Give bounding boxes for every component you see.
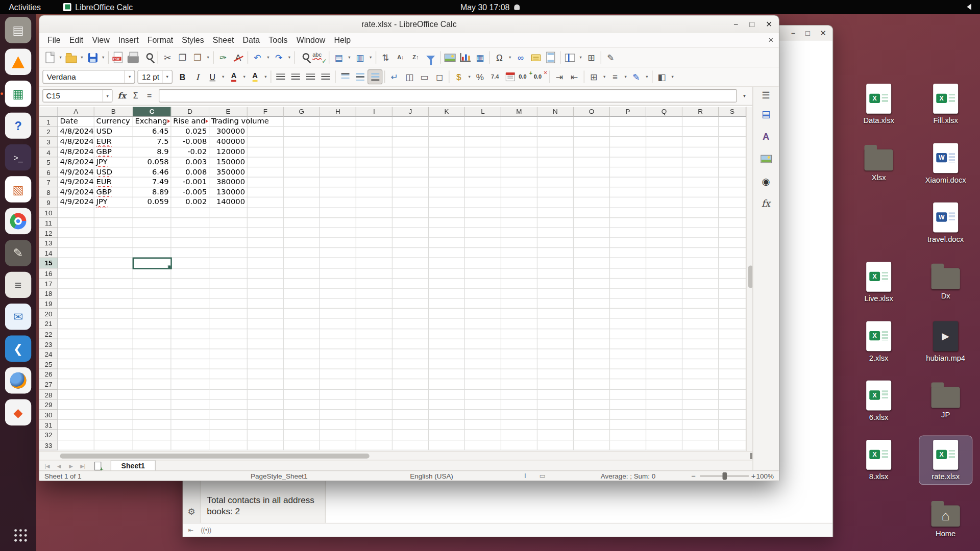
cell-P15[interactable] [610,258,646,268]
cell-F22[interactable] [248,329,284,339]
column-header-E[interactable]: E [209,107,248,117]
cell-M31[interactable] [501,420,537,430]
cell-S22[interactable] [719,329,746,339]
column-header-N[interactable]: N [537,107,574,117]
cell-R9[interactable] [682,197,719,208]
cell-R28[interactable] [682,390,719,400]
cell-B26[interactable] [94,369,133,380]
cell-N32[interactable] [537,430,574,440]
cell-Q5[interactable] [646,157,682,167]
cell-Q20[interactable] [646,309,682,319]
cell-N21[interactable] [537,319,574,329]
cell-C2[interactable]: 6.45 [133,127,172,137]
cell-O31[interactable] [574,420,610,430]
cell-O7[interactable] [574,178,610,188]
menu-help[interactable]: Help [330,33,355,47]
insert-pivot-table-button[interactable]: ▦ [473,50,487,65]
cell-R16[interactable] [682,268,719,279]
highlighting-color-button[interactable]: A [248,69,262,84]
cell-J25[interactable] [393,359,429,369]
freeze-rows-and-columns-button[interactable] [562,50,577,65]
cell-C33[interactable] [133,440,172,450]
cell-R27[interactable] [682,380,719,390]
cell-E31[interactable] [209,420,248,430]
cell-D8[interactable]: -0.005 [172,188,210,198]
column-header-Q[interactable]: Q [646,107,682,117]
cell-M3[interactable] [501,137,537,147]
cell-G12[interactable] [284,228,320,238]
row-header-23[interactable]: 23 [39,339,58,349]
cell-H20[interactable] [320,309,356,319]
cell-O32[interactable] [574,430,610,440]
desktop-icon-8-xlsx[interactable]: X8.xlsx [852,436,905,484]
cell-C16[interactable] [133,268,172,279]
insert-image-button[interactable] [443,50,457,65]
cell-K27[interactable] [429,380,465,390]
cell-J29[interactable] [393,399,429,410]
find-and-replace-button[interactable] [297,50,312,65]
cell-N22[interactable] [537,329,574,339]
cell-P30[interactable] [610,410,646,420]
cell-N26[interactable] [537,369,574,380]
cell-F32[interactable] [248,430,284,440]
cell-G21[interactable] [284,319,320,329]
cell-S4[interactable] [719,147,746,157]
cell-F4[interactable] [248,147,284,157]
desktop-icon-dx[interactable]: Dx [919,258,972,304]
cell-Q23[interactable] [646,339,682,349]
cell-N33[interactable] [537,440,574,450]
cell-F9[interactable] [248,197,284,208]
cell-J5[interactable] [393,157,429,167]
cell-E14[interactable] [209,248,248,258]
cell-K31[interactable] [429,420,465,430]
cell-E15[interactable] [209,258,248,268]
cell-J16[interactable] [393,268,429,279]
cell-G31[interactable] [284,420,320,430]
cell-S28[interactable] [719,390,746,400]
cell-K6[interactable] [429,167,465,178]
cell-C12[interactable] [133,228,172,238]
dock-files[interactable]: ▤ [5,17,31,43]
merge-cells-button[interactable]: ▭ [417,69,432,84]
cell-A26[interactable] [58,369,94,380]
cell-I16[interactable] [356,268,393,279]
cell-J32[interactable] [393,430,429,440]
cell-A9[interactable]: 4/9/2024 [58,197,94,208]
cell-M33[interactable] [501,440,537,450]
menu-styles[interactable]: Styles [178,33,208,47]
cell-A11[interactable] [58,218,94,228]
dock-terminal[interactable]: >_ [5,144,31,170]
underline-dropdown[interactable]: ▾ [220,69,226,84]
desktop-icon-xlsx[interactable]: Xlsx [852,139,905,185]
cell-N23[interactable] [537,339,574,349]
cell-Q21[interactable] [646,319,682,329]
cell-S2[interactable] [719,127,746,137]
cell-J10[interactable] [393,208,429,218]
cell-E27[interactable] [209,380,248,390]
delete-decimal-place-button[interactable] [532,69,547,84]
row-header-12[interactable]: 12 [39,228,58,238]
headers-and-footers-button[interactable] [543,50,558,65]
cell-E23[interactable] [209,339,248,349]
cell-C20[interactable] [133,309,172,319]
cell-L10[interactable] [465,208,501,218]
cell-M13[interactable] [501,238,537,248]
cell-A21[interactable] [58,319,94,329]
cell-I8[interactable] [356,188,393,198]
borders-dropdown[interactable]: ▾ [601,69,607,84]
cell-M26[interactable] [501,369,537,380]
cell-L23[interactable] [465,339,501,349]
cell-Q16[interactable] [646,268,682,279]
cell-N18[interactable] [537,289,574,299]
cell-Q28[interactable] [646,390,682,400]
row-header-30[interactable]: 30 [39,410,58,420]
selection-mode-indicator[interactable]: ▭ [540,471,546,480]
cell-K29[interactable] [429,399,465,410]
cell-D10[interactable] [172,208,210,218]
cell-Q11[interactable] [646,218,682,228]
cell-D9[interactable]: 0.002 [172,197,210,208]
cell-E11[interactable] [209,218,248,228]
cell-B25[interactable] [94,359,133,369]
cell-G10[interactable] [284,208,320,218]
cell-M16[interactable] [501,268,537,279]
